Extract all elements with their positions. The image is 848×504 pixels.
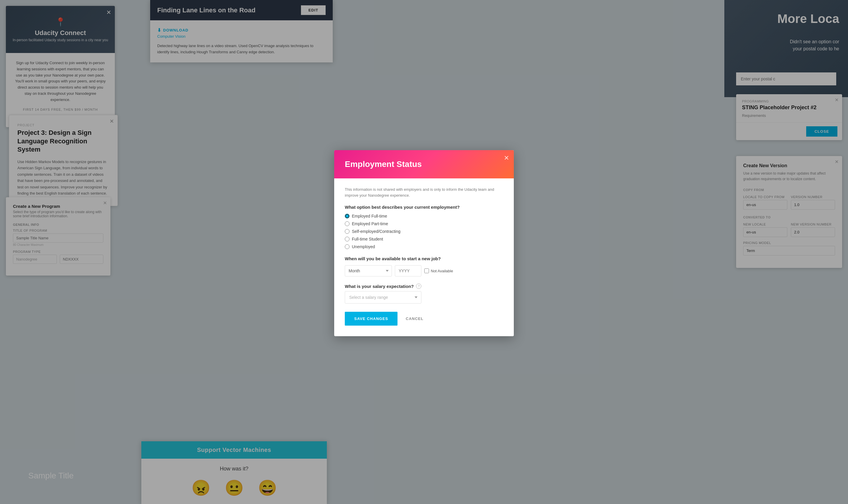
not-available-label: Not Available: [431, 269, 453, 273]
radio-label-unemployed: Unemployed: [352, 244, 375, 249]
modal-overlay: Employment Status ✕ This information is …: [0, 0, 848, 504]
radio-employed-full-time[interactable]: [345, 214, 349, 218]
radio-item-self-employed: Self-employed/Contracting: [345, 229, 503, 234]
not-available-checkbox[interactable]: [424, 269, 429, 273]
employment-modal-close-button[interactable]: ✕: [504, 154, 509, 162]
radio-full-time-student[interactable]: [345, 237, 349, 241]
radio-item-unemployed: Unemployed: [345, 244, 503, 249]
month-select[interactable]: Month JanuaryFebruaryMarch AprilMayJune …: [345, 265, 392, 276]
employment-question-2: When will you be available to start a ne…: [345, 256, 503, 261]
employment-info-text: This information is not shared with empl…: [345, 187, 503, 198]
radio-label-self-employed: Self-employed/Contracting: [352, 229, 400, 234]
employment-question-1: What option best describes your current …: [345, 204, 503, 210]
salary-range-select[interactable]: Select a salary range $0 - $30,000 $30,0…: [345, 291, 421, 304]
radio-self-employed[interactable]: [345, 229, 349, 234]
not-available-wrapper: Not Available: [424, 269, 453, 273]
cancel-button[interactable]: CANCEL: [406, 317, 423, 321]
employment-question-3: What is your salary expectation?: [345, 284, 414, 289]
employment-modal-header: Employment Status: [334, 150, 514, 178]
radio-item-employed-part: Employed Part-time: [345, 221, 503, 226]
radio-label-employed-part-time: Employed Part-time: [352, 221, 388, 226]
radio-label-full-time-student: Full-time Student: [352, 237, 383, 241]
radio-employed-part-time[interactable]: [345, 221, 349, 226]
salary-row: What is your salary expectation? ? Selec…: [345, 284, 503, 304]
employment-status-modal: Employment Status ✕ This information is …: [334, 150, 514, 336]
action-row: SAVE CHANGES CANCEL: [345, 312, 503, 326]
employment-modal-title: Employment Status: [345, 160, 503, 169]
radio-item-full-student: Full-time Student: [345, 237, 503, 241]
save-changes-button[interactable]: SAVE CHANGES: [345, 312, 397, 326]
radio-item-employed-full: Employed Full-time: [345, 214, 503, 218]
salary-help-icon[interactable]: ?: [416, 284, 421, 289]
year-input[interactable]: [395, 265, 421, 276]
employment-radio-group: Employed Full-time Employed Part-time Se…: [345, 214, 503, 249]
salary-label-row: What is your salary expectation? ?: [345, 284, 503, 289]
employment-modal-body: This information is not shared with empl…: [334, 178, 514, 336]
radio-unemployed[interactable]: [345, 244, 349, 249]
availability-row: Month JanuaryFebruaryMarch AprilMayJune …: [345, 265, 503, 276]
radio-label-employed-full-time: Employed Full-time: [352, 214, 387, 218]
